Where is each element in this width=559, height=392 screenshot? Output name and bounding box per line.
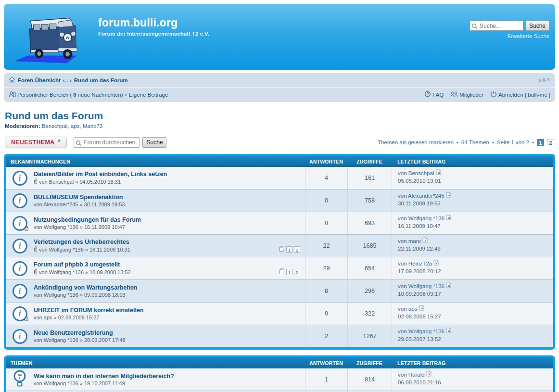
topic-title-link[interactable]: BULLIMUSEUM Spendenaktion bbox=[34, 194, 125, 201]
page-title: Rund um das Forum bbox=[5, 110, 554, 122]
forum-search-input[interactable] bbox=[74, 137, 140, 148]
svg-text:?: ? bbox=[426, 91, 429, 96]
nav-bullet: • bbox=[125, 92, 127, 98]
mini-page-2[interactable]: 2 bbox=[294, 269, 300, 275]
forum-search-icon bbox=[76, 139, 82, 148]
col-views: ZUGRIFFE bbox=[347, 159, 392, 164]
col-last-post: LETZTER BEITRAG bbox=[392, 360, 553, 366]
breadcrumb-current: Rund um das Forum bbox=[74, 77, 128, 83]
topic-byline: von Wolfgang *136 » 10.09.2008 13:52 bbox=[34, 269, 131, 276]
page-2-button[interactable]: 2 bbox=[547, 139, 554, 146]
advanced-search-link[interactable]: Erweiterte Suche bbox=[507, 33, 549, 39]
topic-byline: von Wolfgang *136 » 09.09.2008 18:03 bbox=[34, 292, 138, 298]
topic-pagination[interactable]: 1 2 bbox=[279, 245, 300, 253]
breadcrumb-separator: ‹ - ‹ bbox=[63, 77, 72, 83]
goto-last-post-icon[interactable] bbox=[433, 261, 439, 266]
table-row[interactable]: i Nutzungsbedingungen für das Forum bbox=[6, 212, 553, 234]
paperclip-icon bbox=[34, 269, 38, 276]
last-post-author-link[interactable]: aps bbox=[408, 306, 418, 312]
lock-icon bbox=[24, 315, 29, 323]
forum-search-button[interactable]: Suche bbox=[142, 137, 166, 148]
topic-pagination[interactable]: 1 2 bbox=[279, 267, 300, 276]
goto-last-post-icon[interactable] bbox=[436, 170, 441, 176]
members-link[interactable]: Mitglieder bbox=[450, 91, 483, 99]
topic-title-link[interactable]: Nutzungsbedingungen für das Forum bbox=[34, 216, 141, 223]
mini-page-1[interactable]: 1 bbox=[286, 246, 292, 253]
last-post-cell: von mare 22.11.2009 22:49 bbox=[392, 235, 553, 257]
goto-last-post-icon[interactable] bbox=[419, 306, 424, 312]
table-row[interactable]: i Forum auf phpbb 3 umgestellt bbox=[6, 257, 553, 279]
personal-area-link[interactable]: Persönlicher Bereich (0 neue Nachrichten… bbox=[17, 92, 123, 98]
last-post-author-link[interactable]: Wolfgang *136 bbox=[408, 329, 445, 334]
last-post-date: 10.09.2008 09:17 bbox=[398, 291, 441, 297]
last-post-cell: von Alexander*245 30.11.2009 19:53 bbox=[392, 190, 553, 212]
text-size-widget[interactable]: vA^ bbox=[538, 77, 550, 84]
last-post-author-link[interactable]: Harald bbox=[408, 372, 425, 378]
pages-icon bbox=[279, 245, 285, 253]
announcement-icon: i bbox=[13, 171, 27, 186]
mini-page-1[interactable]: 1 bbox=[286, 269, 292, 275]
user-icon bbox=[9, 91, 16, 99]
topic-title-link[interactable]: Neue Benutzerregistrierung bbox=[34, 329, 126, 336]
replies-count: 0 bbox=[305, 303, 347, 325]
table-row[interactable]: i Dateien/Bilder im Post einbinden, Link… bbox=[6, 167, 553, 189]
topics-table: THEMEN ANTWORTEN ZUGRIFFE LETZTER BEITRA… bbox=[4, 355, 555, 392]
replies-count: 4 bbox=[305, 167, 347, 189]
goto-last-post-icon[interactable] bbox=[446, 215, 451, 221]
topic-title-link[interactable]: Dateien/Bilder im Post einbinden, Links … bbox=[34, 171, 167, 177]
table-row[interactable]: i Verletzungen des Urheberrechtes bbox=[6, 234, 553, 257]
goto-last-post-icon[interactable] bbox=[446, 283, 451, 289]
new-topic-button[interactable]: NEUESTHEMA * bbox=[5, 137, 67, 148]
page-1-button[interactable]: 1 bbox=[537, 139, 544, 146]
lock-icon bbox=[24, 224, 29, 233]
table-row[interactable]: i Neue Benutzerregistrierung bbox=[6, 325, 553, 347]
topic-byline: von Wolfgang *136 » 16.11.2009 10:31 bbox=[34, 246, 130, 253]
goto-last-post-icon[interactable] bbox=[426, 372, 432, 378]
moderator-links[interactable]: Benschpal, aps, Mario73 bbox=[42, 123, 103, 129]
last-post-cell: von Benschpal 05.05.2010 19:01 bbox=[392, 167, 553, 189]
home-icon bbox=[9, 76, 15, 84]
table-row[interactable]: i UHRZEIT im FORUM korrekt einstellen bbox=[6, 302, 553, 325]
pages-icon bbox=[279, 267, 285, 276]
last-post-author-link[interactable]: Wolfgang *136 bbox=[408, 215, 445, 221]
table-row[interactable]: i Wie kann man in den internen Mitgliede… bbox=[6, 368, 553, 391]
announcement-icon: i bbox=[13, 193, 27, 208]
last-post-author-link[interactable]: Alexander*245 bbox=[408, 193, 444, 199]
paperclip-icon bbox=[34, 246, 38, 253]
col-replies: ANTWORTEN bbox=[305, 159, 347, 164]
topic-title-link[interactable]: Wie kann man in den internen Mitgliederb… bbox=[34, 373, 174, 379]
mini-page-2[interactable]: 2 bbox=[294, 246, 300, 253]
col-replies: ANTWORTEN bbox=[305, 360, 347, 366]
topic-title-link[interactable]: Forum auf phpbb 3 umgestellt bbox=[34, 261, 131, 268]
own-posts-link[interactable]: Eigene Beiträge bbox=[129, 92, 168, 98]
last-post-author-link[interactable]: HeinzT2a bbox=[408, 261, 432, 266]
table-row[interactable]: i Ankündigung von Wartungsarbeiten bbox=[6, 279, 553, 302]
replies-count: 0 bbox=[305, 212, 347, 234]
header-search-button[interactable]: Suche bbox=[525, 21, 549, 31]
topic-title-link[interactable]: UHRZEIT im FORUM korrekt einstellen bbox=[34, 307, 144, 314]
views-count: 1685 bbox=[347, 235, 392, 257]
announcements-table: BEKANNTMACHUNGEN ANTWORTEN ZUGRIFFE LETZ… bbox=[4, 154, 555, 350]
last-post-author-link[interactable]: Benschpal bbox=[408, 170, 434, 176]
table-row[interactable]: i BULLIMUSEUM Spendenaktion bbox=[6, 189, 553, 212]
topic-title-link[interactable]: Verletzungen des Urheberrechtes bbox=[34, 239, 130, 245]
replies-count: 1 bbox=[305, 368, 347, 391]
goto-last-post-icon[interactable] bbox=[446, 193, 451, 199]
topic-title-link[interactable]: Ankündigung von Wartungsarbeiten bbox=[34, 284, 138, 291]
last-post-author-link[interactable]: mare bbox=[408, 238, 421, 244]
mark-read-link[interactable]: Themen als gelesen markieren bbox=[378, 139, 454, 145]
replies-count: 2 bbox=[305, 325, 347, 347]
last-post-date: 05.05.2010 19:01 bbox=[398, 178, 441, 184]
last-post-cell: von Wolfgang *136 16.11.2009 10:47 bbox=[392, 212, 553, 234]
question-icon: ? bbox=[424, 91, 431, 99]
topic-byline: von Wolfgang *136 » 16.11.2009 10:47 bbox=[34, 224, 141, 230]
col-topics: THEMEN bbox=[6, 360, 305, 366]
last-post-cell: von Harald 06.08.2010 21:16 bbox=[392, 368, 553, 391]
last-post-author-link[interactable]: Wolfgang *136 bbox=[408, 283, 445, 289]
goto-last-post-icon[interactable] bbox=[422, 238, 428, 244]
goto-last-post-icon[interactable] bbox=[446, 329, 451, 334]
faq-link[interactable]: ? FAQ bbox=[424, 91, 444, 99]
breadcrumb-forum-overview[interactable]: Foren-Übersicht bbox=[18, 77, 61, 83]
replies-count: 0 bbox=[305, 190, 347, 212]
logout-link[interactable]: Abmelden [ bulli-me ] bbox=[490, 91, 550, 99]
